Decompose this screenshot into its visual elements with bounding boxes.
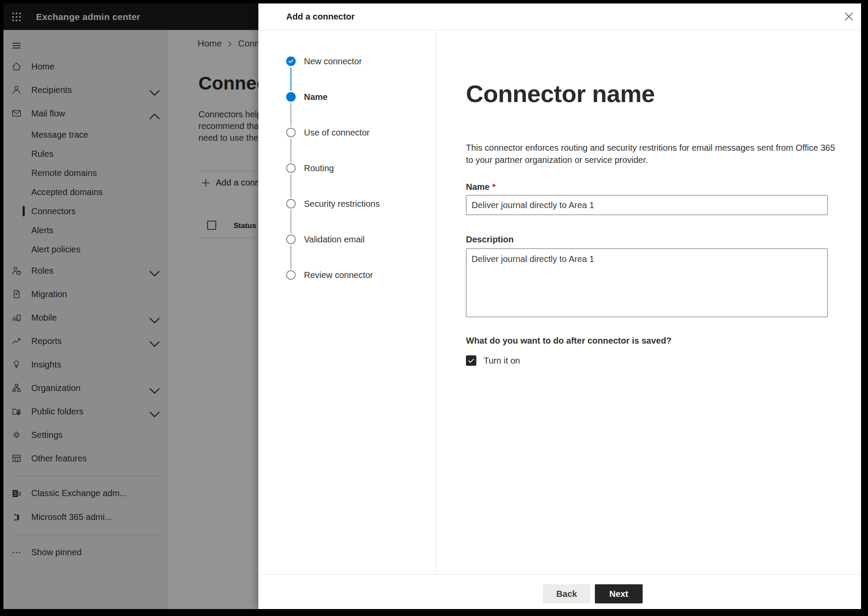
name-field-label: Name* — [466, 182, 861, 192]
step-security-restrictions[interactable]: Security restrictions — [258, 199, 436, 209]
after-save-question: What do you want to do after connector i… — [466, 335, 861, 346]
step-connector-line — [290, 67, 291, 91]
connector-name-form: Connector name This connector enforces r… — [436, 30, 861, 574]
app-window: Exchange admin center Home Recipients Ma… — [3, 3, 861, 609]
step-completed-icon — [286, 56, 296, 66]
step-upcoming-icon — [286, 235, 296, 244]
step-connector-line — [290, 103, 291, 126]
step-name[interactable]: Name — [258, 92, 436, 102]
add-connector-dialog: Add a connector New connector Name — [258, 3, 861, 609]
step-upcoming-icon — [286, 128, 296, 137]
turn-it-on-checkbox-row[interactable]: Turn it on — [466, 355, 861, 366]
step-connector-line — [290, 210, 291, 233]
description-field-label: Description — [466, 234, 861, 245]
dialog-footer: Back Next — [258, 574, 861, 609]
turn-it-on-label: Turn it on — [484, 356, 520, 366]
step-new-connector[interactable]: New connector — [258, 56, 436, 66]
step-validation-email[interactable]: Validation email — [258, 235, 436, 244]
check-icon — [288, 59, 294, 63]
name-input[interactable] — [466, 195, 828, 215]
form-intro-text: This connector enforces routing and secu… — [466, 142, 861, 166]
next-button[interactable]: Next — [595, 584, 643, 603]
step-upcoming-icon — [286, 199, 296, 209]
close-button[interactable] — [840, 8, 858, 25]
form-heading: Connector name — [466, 79, 861, 108]
step-routing[interactable]: Routing — [258, 163, 436, 173]
wizard-steps: New connector Name Use of connector Rout… — [258, 30, 436, 574]
step-connector-line — [290, 139, 291, 162]
dialog-title: Add a connector — [286, 12, 355, 22]
modal-overlay — [3, 3, 258, 609]
step-review-connector[interactable]: Review connector — [258, 270, 436, 280]
step-upcoming-icon — [286, 163, 296, 173]
step-use-of-connector[interactable]: Use of connector — [258, 128, 436, 137]
step-connector-line — [290, 174, 291, 198]
check-icon — [468, 358, 474, 363]
checked-checkbox[interactable] — [466, 355, 476, 366]
close-icon — [845, 12, 853, 21]
back-button[interactable]: Back — [543, 584, 591, 603]
required-asterisk: * — [492, 182, 495, 192]
step-upcoming-icon — [286, 270, 296, 280]
step-active-icon — [286, 92, 296, 102]
description-textarea[interactable]: Deliver journal directly to Area 1 — [466, 248, 828, 317]
step-connector-line — [290, 245, 291, 269]
dialog-header: Add a connector — [258, 3, 861, 30]
